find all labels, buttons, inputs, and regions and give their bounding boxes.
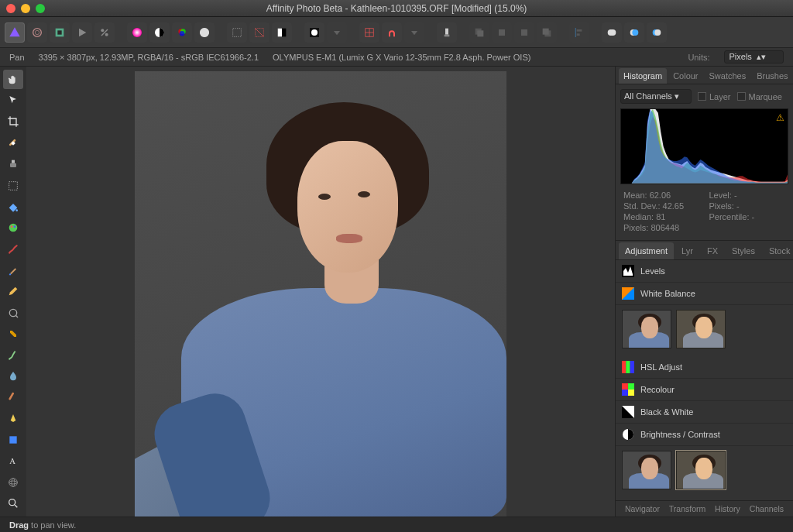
- svg-rect-24: [445, 28, 448, 34]
- smudge-tool[interactable]: [3, 303, 23, 322]
- tab-styles[interactable]: Styles: [726, 242, 761, 259]
- persona-group: [5, 22, 115, 43]
- liquify-persona-button[interactable]: [27, 22, 47, 43]
- contrast-button[interactable]: [149, 22, 170, 43]
- adjustment-levels[interactable]: Levels: [616, 260, 793, 283]
- window-minimize-button[interactable]: [21, 4, 30, 13]
- preset-thumb[interactable]: [676, 451, 726, 489]
- tab-swatches[interactable]: Swatches: [705, 68, 751, 84]
- photo-document[interactable]: [135, 71, 506, 517]
- paintbrush-tool[interactable]: [3, 260, 23, 280]
- layer-mask-dropdown[interactable]: [327, 22, 347, 43]
- preset-thumb[interactable]: [676, 310, 726, 348]
- rectangle-tool[interactable]: [3, 430, 23, 449]
- develop-persona-button[interactable]: [50, 22, 70, 43]
- stat-level: Level: -: [709, 190, 786, 200]
- tab-adjustment[interactable]: Adjustment: [619, 242, 674, 259]
- bool-subtract-button[interactable]: [624, 22, 644, 43]
- align-left-button[interactable]: [569, 22, 589, 43]
- dodge-tool[interactable]: [3, 324, 23, 344]
- window-maximize-button[interactable]: [36, 4, 45, 13]
- stat-pixels: Pixels: 806448: [623, 223, 700, 232]
- tab-layers[interactable]: Lyr: [675, 242, 699, 259]
- quick-mask-button[interactable]: [272, 22, 292, 43]
- soft-proof-button[interactable]: [194, 22, 215, 43]
- tab-history[interactable]: History: [715, 504, 740, 513]
- snap-button[interactable]: [382, 22, 402, 43]
- adjustment-bw[interactable]: Black & White: [616, 401, 793, 424]
- layer-mask-button[interactable]: [304, 22, 324, 43]
- pen-tool[interactable]: [3, 409, 23, 428]
- top-toolbar: [0, 17, 793, 48]
- tab-histogram[interactable]: Histogram: [619, 68, 667, 84]
- stat-percentile: Percentile: -: [709, 212, 786, 221]
- hand-tool[interactable]: [3, 70, 23, 89]
- adjustment-bc[interactable]: Brightness / Contrast: [616, 424, 793, 446]
- tab-brushes[interactable]: Brushes: [752, 68, 792, 84]
- zoom-tool[interactable]: [3, 494, 23, 513]
- arrange-front-button[interactable]: [537, 22, 557, 43]
- units-select[interactable]: Pixels ▴▾: [724, 50, 784, 63]
- pencil-tool[interactable]: [3, 282, 23, 301]
- layer-checkbox[interactable]: Layer: [698, 92, 731, 101]
- svg-rect-52: [9, 393, 15, 401]
- gradient-tool[interactable]: [3, 388, 23, 407]
- snap-dropdown[interactable]: [404, 22, 424, 43]
- arrange-back-button[interactable]: [469, 22, 489, 43]
- adjustment-label: Black & White: [640, 407, 693, 417]
- no-selection-button[interactable]: [249, 22, 269, 43]
- grid-toggle-button[interactable]: [359, 22, 379, 43]
- marquee-checkbox[interactable]: Marquee: [737, 92, 782, 101]
- stat-median: Median: 81: [623, 212, 700, 221]
- tab-colour[interactable]: Colour: [668, 68, 702, 84]
- sponge-tool[interactable]: [3, 366, 23, 386]
- adjustment-recolour[interactable]: Recolour: [616, 379, 793, 401]
- histogram-channel-select[interactable]: All Channels ▾: [620, 89, 692, 104]
- tab-fx[interactable]: FX: [701, 242, 724, 259]
- histogram-display[interactable]: ⚠: [620, 108, 788, 184]
- arrange-forward-button[interactable]: [514, 22, 534, 43]
- svg-rect-43: [10, 163, 16, 167]
- tab-channels[interactable]: Channels: [750, 504, 784, 513]
- preset-thumb[interactable]: [622, 451, 671, 489]
- svg-point-47: [9, 224, 18, 232]
- adjustment-wb[interactable]: White Balance: [616, 283, 793, 305]
- selection-tool[interactable]: [3, 176, 23, 195]
- text-tool[interactable]: A: [3, 451, 23, 471]
- crop-tool[interactable]: [3, 112, 23, 132]
- photo-persona-button[interactable]: [5, 22, 25, 43]
- tab-stock[interactable]: Stock: [763, 242, 793, 259]
- marquee-toggle-button[interactable]: [227, 22, 247, 43]
- svg-point-21: [311, 29, 318, 36]
- rgb-wheel-button[interactable]: [172, 22, 192, 43]
- svg-marker-22: [334, 31, 340, 35]
- canvas-area[interactable]: [26, 67, 615, 517]
- assistant-button[interactable]: [437, 22, 457, 43]
- healing-tool[interactable]: [3, 133, 23, 153]
- color-wheel-button[interactable]: [127, 22, 147, 43]
- mesh-tool[interactable]: [3, 472, 23, 492]
- svg-rect-28: [499, 29, 505, 36]
- adjustment-hsl[interactable]: HSL Adjust: [616, 356, 793, 379]
- svg-rect-66: [622, 383, 628, 390]
- move-tool[interactable]: [3, 91, 23, 110]
- blur-tool[interactable]: [3, 345, 23, 365]
- tab-navigator[interactable]: Navigator: [625, 504, 660, 513]
- clone-tool[interactable]: [3, 155, 23, 174]
- right-panels: Histogram Colour Swatches Brushes All Ch…: [615, 67, 793, 517]
- tone-persona-button[interactable]: [72, 22, 92, 43]
- svg-point-48: [11, 226, 13, 228]
- bool-intersect-button[interactable]: [647, 22, 667, 43]
- svg-point-2: [35, 30, 39, 34]
- preset-thumb[interactable]: [622, 310, 671, 348]
- flood-tool[interactable]: [3, 197, 23, 216]
- export-persona-button[interactable]: [94, 22, 115, 43]
- arrange-backward-button[interactable]: [492, 22, 512, 43]
- wb-icon: [622, 287, 634, 300]
- bool-add-button[interactable]: [602, 22, 622, 43]
- brush-tool[interactable]: [3, 239, 23, 259]
- paint-mixer-tool[interactable]: [3, 218, 23, 238]
- tab-transform[interactable]: Transform: [669, 504, 705, 513]
- window-close-button[interactable]: [6, 4, 15, 13]
- adjustment-label: Recolour: [640, 385, 675, 394]
